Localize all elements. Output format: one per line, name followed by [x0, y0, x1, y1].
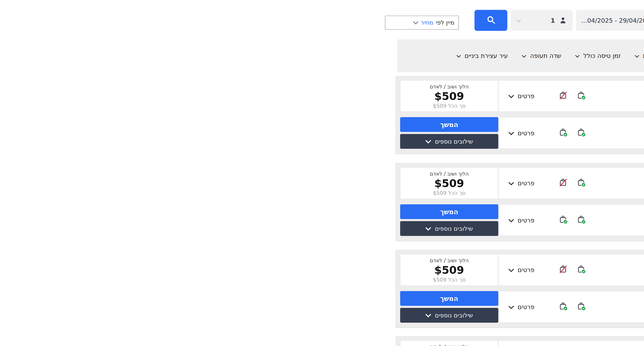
price-header: הלוך ושוב / לאדם — [430, 170, 468, 177]
return-leg: ITA AIRWAYS ITA Airways 08:30 LCY 16ש' 4… — [498, 117, 644, 149]
details-toggle[interactable]: פרטים — [509, 303, 534, 310]
page: תל אביב - TLV - ישר... לונדון - LON - בר… — [312, 0, 644, 346]
more-combinations-label: שילובים נוספים — [435, 312, 473, 319]
price-value: $509 — [434, 178, 464, 188]
details-label: פרטים — [518, 216, 534, 224]
chevron-down-icon — [509, 92, 514, 100]
details-toggle[interactable]: פרטים — [509, 129, 534, 137]
chevron-down-icon — [509, 303, 514, 310]
results-list: ELAL עלאל Elal 05:00 TLV 5ש' 25ד' טיסה י… — [396, 0, 644, 346]
price-value: $509 — [434, 265, 464, 275]
more-combinations-button[interactable]: שילובים נוספים — [400, 308, 498, 323]
price-total: סך הכל $509 — [433, 190, 466, 196]
return-leg: ITA AIRWAYS ITA Airways 08:30 LCY 16ש' 4… — [498, 291, 644, 323]
flight-card: ELAL עלאל Elal 17:00 TLV 5ש' 25ד' טיסה י… — [396, 336, 644, 346]
more-combinations-label: שילובים נוספים — [435, 138, 473, 145]
continue-button[interactable]: המשך — [400, 117, 498, 132]
baggage-icons — [558, 177, 586, 189]
details-toggle[interactable]: פרטים — [509, 92, 534, 100]
checked-bag-included-icon — [558, 301, 568, 312]
outbound-leg: ELAL עלאל Elal 17:00 TLV 5ש' 25ד' טיסה י… — [498, 254, 644, 285]
details-label: פרטים — [518, 92, 534, 100]
baggage-icons — [558, 90, 586, 102]
price-total: סך הכל $509 — [433, 276, 466, 283]
outbound-leg: ELAL עלאל Elal 17:00 TLV 5ש' 25ד' טיסה י… — [498, 340, 644, 346]
chevron-down-icon — [426, 312, 431, 319]
price-panel: הלוך ושוב / לאדם $509 סך הכל $509 — [400, 167, 498, 199]
outbound-leg: ELAL עלאל Elal 14:45 TLV 5ש' 25ד' טיסה י… — [498, 167, 644, 199]
price-header: הלוך ושוב / לאדם — [430, 343, 468, 346]
cabin-bag-included-icon — [576, 264, 586, 276]
price-panel: הלוך ושוב / לאדם $509 סך הכל $509 — [400, 340, 498, 346]
price-panel: הלוך ושוב / לאדם $509 סך הכל $509 — [400, 80, 498, 112]
price-header: הלוך ושוב / לאדם — [430, 257, 468, 263]
checked-bag-included-icon — [558, 214, 568, 226]
cabin-bag-included-icon — [576, 90, 586, 102]
more-combinations-button[interactable]: שילובים נוספים — [400, 221, 498, 236]
price-total: סך הכל $509 — [433, 103, 466, 109]
more-combinations-label: שילובים נוספים — [435, 225, 473, 232]
baggage-icons — [558, 127, 586, 139]
checked-bag-excluded-icon — [558, 264, 568, 276]
flight-card: ELAL עלאל Elal 14:45 TLV 5ש' 25ד' טיסה י… — [396, 163, 644, 241]
checked-bag-included-icon — [558, 127, 568, 139]
return-leg: ITA AIRWAYS ITA Airways 08:30 LCY 16ש' 4… — [498, 204, 644, 236]
checked-bag-excluded-icon — [558, 90, 568, 102]
details-label: פרטים — [518, 179, 534, 187]
outbound-leg: ELAL עלאל Elal 05:00 TLV 5ש' 25ד' טיסה י… — [498, 80, 644, 112]
baggage-icons — [558, 264, 586, 276]
chevron-down-icon — [426, 225, 431, 232]
details-toggle[interactable]: פרטים — [509, 216, 534, 224]
continue-button[interactable]: המשך — [400, 291, 498, 306]
cabin-bag-included-icon — [576, 214, 586, 226]
baggage-icons — [558, 301, 586, 312]
details-toggle[interactable]: פרטים — [509, 266, 534, 273]
price-value: $509 — [434, 91, 464, 101]
chevron-down-icon — [509, 216, 514, 224]
cabin-bag-included-icon — [576, 301, 586, 312]
checked-bag-excluded-icon — [558, 177, 568, 189]
details-toggle[interactable]: פרטים — [509, 179, 534, 187]
cabin-bag-included-icon — [576, 177, 586, 189]
cabin-bag-included-icon — [576, 127, 586, 139]
flight-card: ELAL עלאל Elal 05:00 TLV 5ש' 25ד' טיסה י… — [396, 76, 644, 154]
chevron-down-icon — [426, 138, 431, 145]
details-label: פרטים — [518, 266, 534, 273]
details-label: פרטים — [518, 303, 534, 310]
chevron-down-icon — [509, 129, 514, 137]
chevron-down-icon — [509, 266, 514, 273]
more-combinations-button[interactable]: שילובים נוספים — [400, 134, 498, 149]
flight-card: ELAL עלאל Elal 17:00 TLV 5ש' 25ד' טיסה י… — [396, 250, 644, 328]
continue-button[interactable]: המשך — [400, 204, 498, 219]
price-header: הלוך ושוב / לאדם — [430, 83, 468, 90]
chevron-down-icon — [509, 179, 514, 187]
details-label: פרטים — [518, 129, 534, 137]
baggage-icons — [558, 214, 586, 226]
price-panel: הלוך ושוב / לאדם $509 סך הכל $509 — [400, 254, 498, 285]
